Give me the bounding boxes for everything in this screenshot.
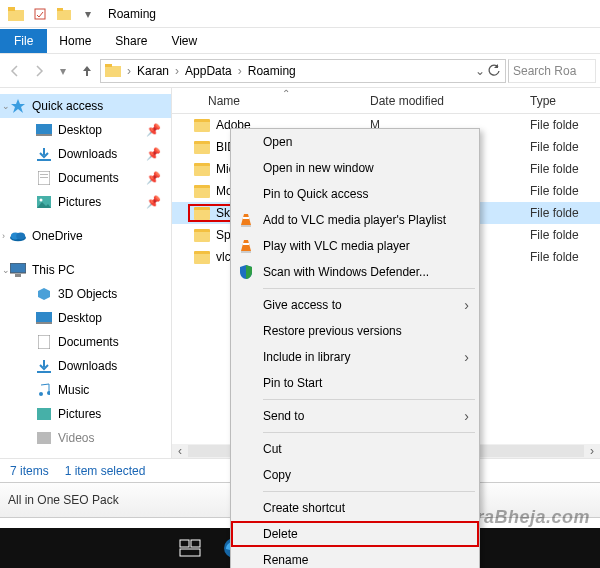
file-type: File folde (522, 250, 579, 264)
nav-recent-dropdown[interactable]: ▾ (52, 60, 74, 82)
sidebar-item-downloads[interactable]: Downloads📌 (0, 142, 171, 166)
svg-rect-8 (36, 124, 52, 134)
svg-rect-24 (37, 371, 51, 373)
pin-icon: 📌 (146, 123, 161, 137)
svg-rect-34 (191, 540, 200, 547)
context-menu-item[interactable]: Pin to Start (231, 370, 479, 396)
context-menu-label: Copy (263, 468, 291, 482)
chevron-right-icon: › (127, 64, 131, 78)
scroll-left-icon[interactable]: ‹ (172, 444, 188, 458)
svg-rect-28 (37, 432, 51, 444)
address-history-dropdown[interactable]: ⌄ (475, 64, 485, 78)
folder-icon (8, 6, 24, 22)
column-name[interactable]: Name⌃ (172, 94, 362, 108)
sidebar-item-onedrive[interactable]: › OneDrive (0, 224, 171, 248)
svg-rect-19 (10, 263, 26, 273)
sidebar-item-music[interactable]: Music (0, 378, 171, 402)
sidebar-item-quick-access[interactable]: ⌄ Quick access (0, 94, 171, 118)
folder-icon (194, 119, 210, 132)
context-menu-item[interactable]: Open (231, 129, 479, 155)
taskbar-taskview-icon[interactable] (170, 528, 210, 568)
scroll-right-icon[interactable]: › (584, 444, 600, 458)
sidebar-item-pictures[interactable]: Pictures📌 (0, 190, 171, 214)
desktop-icon (36, 310, 52, 326)
nav-back-button[interactable] (4, 60, 26, 82)
context-menu-item[interactable]: Pin to Quick access (231, 181, 479, 207)
context-menu-item[interactable]: Restore previous versions (231, 318, 479, 344)
svg-rect-21 (36, 312, 52, 322)
chevron-right-icon: › (2, 231, 5, 241)
context-menu-item[interactable]: Include in library (231, 344, 479, 370)
refresh-button[interactable] (487, 64, 501, 78)
context-menu-label: Play with VLC media player (263, 239, 410, 253)
svg-rect-23 (38, 335, 50, 349)
sidebar-item-videos[interactable]: Videos (0, 426, 171, 450)
svg-rect-29 (241, 225, 251, 227)
context-menu-item[interactable]: Create shortcut (231, 495, 479, 521)
sort-asc-icon: ⌃ (282, 88, 290, 99)
3d-objects-icon (36, 286, 52, 302)
svg-rect-2 (35, 9, 45, 19)
pin-icon: 📌 (146, 171, 161, 185)
context-menu-item[interactable]: Add to VLC media player's Playlist (231, 207, 479, 233)
folder-icon (194, 185, 210, 198)
svg-rect-27 (37, 408, 51, 420)
context-menu-item[interactable]: Scan with Windows Defender... (231, 259, 479, 285)
breadcrumb-segment[interactable]: Roaming (248, 64, 296, 78)
svg-rect-9 (36, 134, 52, 136)
svg-rect-6 (105, 64, 112, 67)
context-menu-item[interactable]: Open in new window (231, 155, 479, 181)
ribbon-tab-home[interactable]: Home (47, 30, 103, 52)
file-type: File folde (522, 162, 579, 176)
chevron-down-icon: ⌄ (2, 101, 10, 111)
folder-icon (194, 141, 210, 154)
file-name: vlc (216, 250, 231, 264)
context-menu-label: Send to (263, 409, 304, 423)
sidebar-item-3d-objects[interactable]: 3D Objects (0, 282, 171, 306)
qat-properties-icon[interactable] (32, 6, 48, 22)
search-input[interactable]: Search Roa (508, 59, 596, 83)
context-menu-item[interactable]: Delete (231, 521, 479, 547)
qat-dropdown-icon[interactable]: ▾ (80, 6, 96, 22)
nav-up-button[interactable] (76, 60, 98, 82)
context-menu-separator (263, 432, 475, 433)
status-selected-count: 1 item selected (65, 464, 146, 478)
sidebar-item-pictures[interactable]: Pictures (0, 402, 171, 426)
nav-pane: ⌄ Quick access Desktop📌 Downloads📌 Docum… (0, 88, 172, 458)
context-menu-item[interactable]: Send to (231, 403, 479, 429)
context-menu-label: Pin to Quick access (263, 187, 368, 201)
svg-rect-31 (241, 251, 251, 253)
context-menu-item[interactable]: Rename (231, 547, 479, 568)
context-menu-item[interactable]: Cut (231, 436, 479, 462)
sidebar-item-desktop[interactable]: Desktop (0, 306, 171, 330)
ribbon-tab-file[interactable]: File (0, 29, 47, 53)
title-bar: ▾ Roaming (0, 0, 600, 28)
context-menu-item[interactable]: Play with VLC media player (231, 233, 479, 259)
breadcrumb-segment[interactable]: AppData (185, 64, 232, 78)
context-menu: OpenOpen in new windowPin to Quick acces… (230, 128, 480, 568)
sidebar-item-documents[interactable]: Documents📌 (0, 166, 171, 190)
sidebar-item-downloads[interactable]: Downloads (0, 354, 171, 378)
column-type[interactable]: Type (522, 94, 564, 108)
qat-newfolder-icon[interactable] (56, 6, 72, 22)
downloads-icon (36, 146, 52, 162)
context-menu-item[interactable]: Copy (231, 462, 479, 488)
context-menu-label: Restore previous versions (263, 324, 402, 338)
context-menu-label: Pin to Start (263, 376, 322, 390)
file-type: File folde (522, 228, 579, 242)
ribbon-tab-share[interactable]: Share (103, 30, 159, 52)
context-menu-label: Open in new window (263, 161, 374, 175)
sidebar-item-desktop[interactable]: Desktop📌 (0, 118, 171, 142)
pictures-icon (36, 406, 52, 422)
context-menu-item[interactable]: Give access to (231, 292, 479, 318)
address-field[interactable]: › Karan › AppData › Roaming ⌄ (100, 59, 506, 83)
ribbon-tab-view[interactable]: View (159, 30, 209, 52)
folder-icon (194, 163, 210, 176)
svg-rect-20 (15, 274, 21, 277)
nav-forward-button[interactable] (28, 60, 50, 82)
column-date[interactable]: Date modified (362, 94, 522, 108)
sidebar-item-this-pc[interactable]: ⌄ This PC (0, 258, 171, 282)
breadcrumb-segment[interactable]: Karan (137, 64, 169, 78)
context-menu-label: Include in library (263, 350, 350, 364)
sidebar-item-documents[interactable]: Documents (0, 330, 171, 354)
